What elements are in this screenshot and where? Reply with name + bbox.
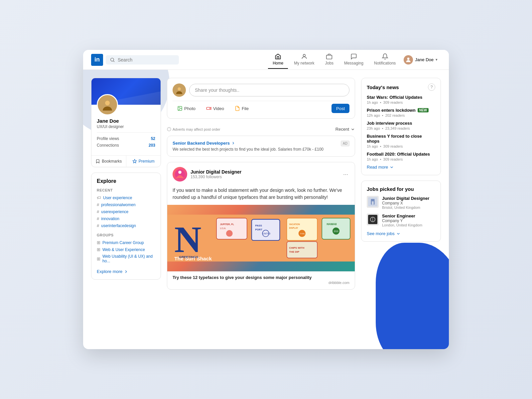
svg-text:TYPE: TYPE xyxy=(300,233,305,235)
sort-button[interactable]: Recent xyxy=(335,127,355,132)
news-item-title-0[interactable]: Star Wars: Official Updates xyxy=(367,95,435,100)
svg-text:UNITED: UNITED xyxy=(263,232,271,235)
nav-label-network: My network xyxy=(294,61,314,66)
nav-item-notifications[interactable]: Notifications xyxy=(369,51,400,69)
news-item-meta-3: 1h ago • 309 readers xyxy=(367,144,435,148)
sort-label: Recent xyxy=(335,127,349,132)
nav-item-my-network[interactable]: My network xyxy=(289,51,319,69)
read-more-label: Read more xyxy=(367,165,388,170)
news-item-title-2[interactable]: Job interview process xyxy=(367,121,435,126)
nav-profile[interactable]: Jane Doe ▾ xyxy=(400,53,441,66)
nav-label-notifications: Notifications xyxy=(374,61,396,66)
ad-title[interactable]: Senior Backend Developers xyxy=(173,141,337,146)
avatar-icon xyxy=(405,57,412,63)
bookmarks-button[interactable]: Bookmarks xyxy=(91,156,126,167)
nav-item-home[interactable]: Home xyxy=(268,51,288,69)
news-item-meta-1: 12h ago • 202 readers xyxy=(367,113,435,117)
feed-card-header: Junior Digital Designer 153,390 follower… xyxy=(167,162,355,184)
news-help-button[interactable]: ? xyxy=(428,83,435,91)
svg-text:THE DIP: THE DIP xyxy=(289,250,300,253)
job-company-icon-1 xyxy=(368,215,377,224)
news-item-title-3[interactable]: Business Y forced to close shops xyxy=(367,134,435,144)
job-company-1: Company Y xyxy=(382,218,422,223)
job-item-1: Senior Engineer Company Y London, United… xyxy=(367,213,435,227)
news-item-3: Business Y forced to close shops 1h ago … xyxy=(367,134,435,148)
post-button[interactable]: Post xyxy=(332,104,349,113)
profile-avatar[interactable] xyxy=(97,94,118,115)
profile-card: Jane Doe UX/UI designer Profile views 52… xyxy=(91,78,161,167)
svg-point-0 xyxy=(111,58,114,61)
read-more-button[interactable]: Read more xyxy=(367,165,394,170)
explore-group-wue[interactable]: ⊞ Web & User Experience xyxy=(97,246,155,253)
premium-button[interactable]: Premium xyxy=(126,156,161,167)
explore-item-uxe[interactable]: # userexperience xyxy=(97,208,155,215)
job-title-1: Senior Engineer xyxy=(382,213,422,218)
explore-group-pcg-label: Premium Career Group xyxy=(102,240,144,245)
news-item-title-4[interactable]: Football 2020: Official Updates xyxy=(367,152,435,157)
explore-groups-label: GROUPS xyxy=(97,233,155,237)
stat-label-connections: Connections xyxy=(97,143,119,148)
search-box[interactable] xyxy=(106,55,179,65)
job-company-0: Company X xyxy=(382,201,429,205)
job-title-0: Junior Digital Designer xyxy=(382,196,429,201)
news-readers-0: 309 readers xyxy=(383,100,403,104)
navbar: in Home My network Jobs xyxy=(83,50,449,70)
nav-item-jobs[interactable]: Jobs xyxy=(321,51,338,69)
svg-point-4 xyxy=(407,58,410,60)
explore-item-ux[interactable]: 🏷 User experience xyxy=(97,194,155,201)
explore-group-wui[interactable]: ⊞ Web Usability (UI & UX) and ho... xyxy=(97,253,155,264)
bell-icon xyxy=(382,53,388,60)
feed-card-link-preview[interactable]: Try these 12 typefaces to give your desi… xyxy=(167,271,355,289)
job-info-0: Junior Digital Designer Company X Bristo… xyxy=(382,196,429,209)
search-input[interactable] xyxy=(118,57,175,63)
explore-item-pw-label: professionalwomen xyxy=(101,202,135,207)
news-dot-1: • xyxy=(382,113,383,117)
sort-notice: Adverts may affect post order xyxy=(167,127,220,131)
feed-author-avatar-icon xyxy=(175,169,185,179)
stat-value-views: 52 xyxy=(151,136,155,141)
profile-avatar-wrap xyxy=(91,94,161,115)
news-item-meta-4: 1h ago • 309 readers xyxy=(367,157,435,161)
explore-item-inn[interactable]: # innovation xyxy=(97,215,155,222)
chevron-right-ad-icon xyxy=(231,141,235,145)
feed-author: Junior Digital Designer 153,390 follower… xyxy=(173,167,241,182)
messaging-icon xyxy=(350,53,357,60)
explore-item-ux-label: User experience xyxy=(103,196,132,200)
group-icon-3: ⊞ xyxy=(97,256,100,261)
video-button[interactable]: Video xyxy=(201,104,229,113)
photo-label: Photo xyxy=(184,106,196,111)
explore-more-button[interactable]: Explore more xyxy=(97,269,155,274)
explore-group-pcg[interactable]: ⊞ Premium Career Group xyxy=(97,239,155,246)
job-company-icon-0 xyxy=(368,197,377,206)
explore-item-pw[interactable]: # professionalwomen xyxy=(97,201,155,208)
chevron-down-news-icon xyxy=(389,165,394,170)
nav-label-jobs: Jobs xyxy=(325,61,333,66)
feed-author-avatar[interactable] xyxy=(173,167,187,182)
svg-text:HAWAII: HAWAII xyxy=(327,222,336,226)
see-more-jobs-button[interactable]: See more jobs xyxy=(367,231,401,236)
hash-icon-2: # xyxy=(97,209,99,214)
file-icon xyxy=(235,106,240,111)
news-age-1: 12h ago xyxy=(367,113,380,117)
nav-item-messaging[interactable]: Messaging xyxy=(339,51,368,69)
file-button[interactable]: File xyxy=(230,104,253,113)
job-info-1: Senior Engineer Company Y London, United… xyxy=(382,213,422,227)
post-box: Share your thoughts.. Photo Video File xyxy=(167,78,355,119)
svg-rect-43 xyxy=(372,201,374,205)
nav-avatar xyxy=(404,55,413,65)
group-icon-1: ⊞ xyxy=(97,240,100,245)
bookmark-icon xyxy=(95,159,100,164)
nav-label-home: Home xyxy=(273,61,283,66)
explore-item-uid[interactable]: # userinterfacedesign xyxy=(97,222,155,229)
svg-text:JUPITER, FL: JUPITER, FL xyxy=(220,223,234,226)
linkedin-logo[interactable]: in xyxy=(91,54,103,66)
news-readers-4: 309 readers xyxy=(383,157,403,161)
news-readers-1: 202 readers xyxy=(385,113,405,117)
photo-button[interactable]: Photo xyxy=(173,104,200,113)
feed-more-button[interactable]: ··· xyxy=(342,170,349,179)
stat-profile-views: Profile views 52 xyxy=(97,135,155,142)
news-item-title-1[interactable]: Prison enters lockdown NEW xyxy=(367,108,435,113)
post-input[interactable]: Share your thoughts.. xyxy=(189,84,349,96)
explore-recent-label: RECENT xyxy=(97,188,155,192)
explore-card: Explore RECENT 🏷 User experience # profe… xyxy=(91,173,161,280)
